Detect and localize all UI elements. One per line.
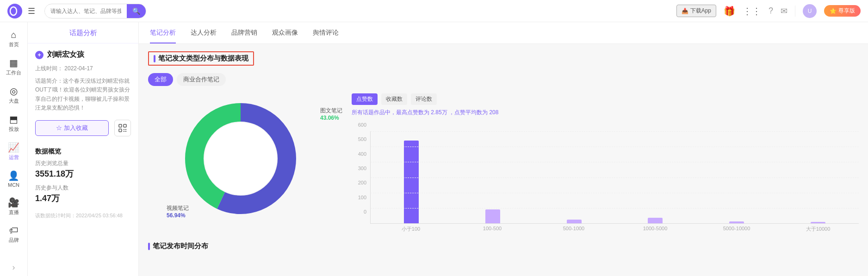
bar-chart-header: 点赞数 收藏数 评论数 <box>352 93 859 105</box>
tab-sentiment[interactable]: 舆情评论 <box>313 29 339 43</box>
mail-icon[interactable]: ✉ <box>781 6 787 16</box>
tab-kol-analysis[interactable]: 达人分析 <box>191 29 217 43</box>
section-title: 笔记发文类型分布与数据表现 <box>158 54 248 63</box>
bar-gt10000 <box>811 222 825 223</box>
filter-all[interactable]: 全部 <box>148 73 173 86</box>
topic-actions: ☆ 加入收藏 <box>28 114 138 142</box>
grid-500 <box>371 147 859 147</box>
avatar[interactable]: U <box>803 4 817 18</box>
topic-meta: 上线时间： 2022-04-17 <box>28 62 138 75</box>
filter-row: 全部 商业合作笔记 <box>148 73 859 86</box>
filter-commercial[interactable]: 商业合作笔记 <box>177 73 226 86</box>
meta-date-label: 上线时间： <box>35 65 63 72</box>
x-label-500-1000: 500-1000 <box>533 224 614 233</box>
y-label-200: 200 <box>358 180 366 185</box>
search-box: 🔍 <box>44 4 146 18</box>
svg-rect-8 <box>125 131 126 132</box>
left-panel: 话题分析 + 刘畊宏女孩 上线时间： 2022-04-17 话题简介：这个春天没… <box>28 22 139 276</box>
sidebar-item-brand-label: 品牌 <box>9 237 19 244</box>
collect-button[interactable]: ☆ 加入收藏 <box>35 120 109 136</box>
sidebar-collapse-icon[interactable]: › <box>12 263 15 276</box>
bar-100-500 <box>485 209 500 223</box>
svg-rect-5 <box>124 129 124 130</box>
metric-participants: 历史参与人数 1.47万 <box>35 184 131 204</box>
donut-label-image: 图文笔记 43.06% <box>320 107 342 121</box>
metric-participants-label: 历史参与人数 <box>35 184 131 192</box>
metric-btn-favorites[interactable]: 收藏数 <box>381 93 407 105</box>
donut-label-video: 视频笔记 56.94% <box>167 204 189 219</box>
y-label-300: 300 <box>358 166 366 171</box>
section-title-box: 笔记发文类型分布与数据表现 <box>148 51 254 66</box>
sidebar-item-live-label: 直播 <box>9 209 19 216</box>
sidebar-item-placement[interactable]: ⬒ 投放 <box>1 110 27 136</box>
left-panel-title: 话题分析 <box>28 22 138 43</box>
bar-chart-container: 点赞数 收藏数 评论数 所有话题作品中，最高点赞数为 2.85万 ，点赞平均数为… <box>352 93 859 233</box>
y-label-100: 100 <box>358 195 366 200</box>
section-title-bar <box>154 55 155 62</box>
x-label-100-500: 100-500 <box>452 224 533 233</box>
svg-rect-4 <box>119 129 122 132</box>
bars-area <box>370 131 859 224</box>
bar-5000-10000 <box>729 221 744 223</box>
x-axis: 小于100 100-500 500-1000 1000-5000 5000-10… <box>370 224 859 233</box>
topic-desc: 话题简介：这个春天没练过刘畊宏你就OUT了哦！欢迎各位刘畊宏男孩女孩分享自己的打… <box>28 75 138 114</box>
svg-rect-2 <box>119 124 122 127</box>
sidebar-item-operations[interactable]: 📈 运营 <box>1 138 27 165</box>
sidebar-item-dashboard-label: 大盘 <box>9 98 19 104</box>
metric-btn-comments[interactable]: 评论数 <box>411 93 437 105</box>
sidebar-item-brand[interactable]: 🏷 品牌 <box>1 221 27 247</box>
metric-views: 历史浏览总量 3551.18万 <box>35 159 131 179</box>
y-label-500: 500 <box>358 136 366 142</box>
tab-notes-analysis[interactable]: 笔记分析 <box>150 29 176 43</box>
x-label-1000-5000: 1000-5000 <box>614 224 696 233</box>
topic-add-icon[interactable]: + <box>35 51 43 59</box>
search-input[interactable] <box>45 5 127 17</box>
top-nav: ☰ 🔍 📥 下载App 🎁 ⋮⋮ ? ✉ U ⭐ 尊享版 <box>0 0 868 22</box>
sidebar-item-mcn-label: MCN <box>8 182 19 188</box>
topic-header: + 刘畊宏女孩 <box>28 43 138 62</box>
grid-600 <box>371 131 859 132</box>
tab-brand-marketing[interactable]: 品牌营销 <box>231 29 257 43</box>
charts-row: 图文笔记 43.06% 视频笔记 56.94% 点赞数 收藏数 <box>148 93 859 233</box>
x-label-gt10000: 大于10000 <box>777 224 859 233</box>
sidebar-item-operations-label: 运营 <box>9 154 19 161</box>
menu-icon[interactable]: ☰ <box>28 6 35 16</box>
gift-icon[interactable]: 🎁 <box>724 6 735 17</box>
vip-button[interactable]: ⭐ 尊享版 <box>824 5 861 17</box>
x-label-lt100: 小于100 <box>370 224 452 233</box>
y-axis: 600 500 400 300 200 100 0 <box>352 122 368 215</box>
search-button[interactable]: 🔍 <box>127 4 146 18</box>
live-icon: 🎥 <box>8 197 19 208</box>
sidebar: ⌂ 首页 ▦ 工作台 ◎ 大盘 ⬒ 投放 📈 运营 👤 MCN 🎥 直播 🏷 <box>0 22 28 276</box>
main-content: 笔记分析 达人分析 品牌营销 观众画像 舆情评论 笔记发文类型分布与数据表现 全… <box>139 22 868 276</box>
brand-icon: 🏷 <box>9 225 19 236</box>
download-icon: 📥 <box>682 8 688 14</box>
grid-icon[interactable]: ⋮⋮ <box>743 6 761 17</box>
metric-btn-likes[interactable]: 点赞数 <box>352 93 378 105</box>
logo <box>7 4 22 18</box>
y-label-0: 0 <box>364 209 366 215</box>
help-icon[interactable]: ? <box>769 6 773 16</box>
tab-audience[interactable]: 观众画像 <box>272 29 298 43</box>
sidebar-item-dashboard[interactable]: ◎ 大盘 <box>1 82 27 108</box>
svg-point-12 <box>205 123 277 195</box>
sidebar-item-placement-label: 投放 <box>9 126 19 133</box>
section2-title-bar <box>148 243 150 250</box>
y-label-600: 600 <box>358 122 366 128</box>
sidebar-item-live[interactable]: 🎥 直播 <box>1 193 27 220</box>
qr-button[interactable] <box>114 120 131 136</box>
bar-lt100 <box>404 141 419 223</box>
x-label-5000-10000: 5000-10000 <box>696 224 777 233</box>
bar-500-1000 <box>567 220 582 223</box>
layout: ⌂ 首页 ▦ 工作台 ◎ 大盘 ⬒ 投放 📈 运营 👤 MCN 🎥 直播 🏷 <box>0 0 868 276</box>
mcn-icon: 👤 <box>8 170 19 181</box>
sidebar-item-workbench[interactable]: ▦ 工作台 <box>1 54 27 80</box>
data-overview-title: 数据概览 <box>35 147 131 156</box>
placement-icon: ⬒ <box>9 114 18 125</box>
workbench-icon: ▦ <box>9 57 18 68</box>
y-label-400: 400 <box>358 151 366 157</box>
download-app-button[interactable]: 📥 下载App <box>676 5 716 17</box>
grid-400 <box>371 162 859 162</box>
sidebar-item-mcn[interactable]: 👤 MCN <box>1 166 27 191</box>
sidebar-item-home[interactable]: ⌂ 首页 <box>1 26 27 52</box>
